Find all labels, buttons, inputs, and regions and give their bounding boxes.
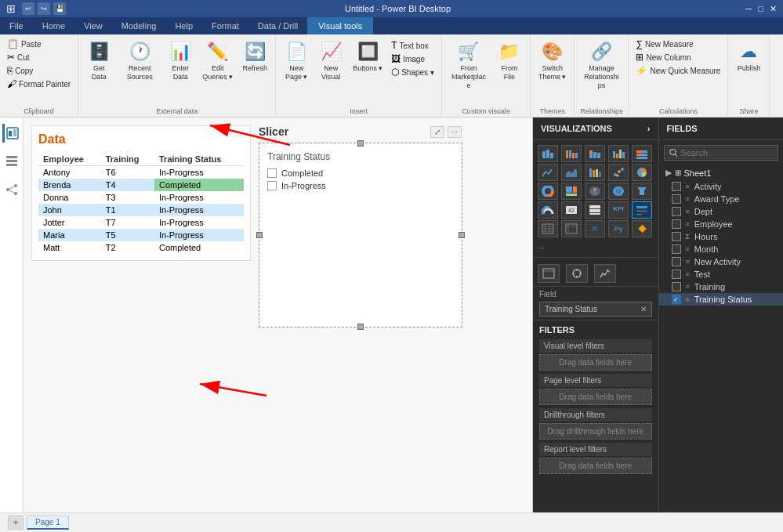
new-page-button[interactable]: 📄 NewPage ▾ [281,38,312,83]
completed-checkbox[interactable] [267,168,277,178]
viz-donut-chart[interactable] [538,183,558,200]
award-type-checkbox[interactable] [672,194,681,204]
maximize-btn[interactable]: □ [758,4,763,14]
refresh-button[interactable]: 🔄 Refresh [239,38,270,74]
field-month[interactable]: ≡ Month [659,243,784,255]
field-award-type[interactable]: ≡ Award Type [659,193,784,205]
slicer-item-completed[interactable]: Completed [267,168,454,178]
test-checkbox[interactable] [672,270,681,279]
month-checkbox[interactable] [672,244,681,254]
new-column-button[interactable]: ⊞ New Column [633,51,723,63]
new-visual-button[interactable]: 📈 NewVisual [315,38,346,83]
filter-drillthrough-drop[interactable]: Drag drillthrough fields here [539,423,652,440]
image-button[interactable]: 🖼 Image [389,52,437,65]
tab-home[interactable]: Home [33,17,74,34]
viz-bar-chart[interactable] [538,145,558,162]
viz-ribbon-chart[interactable] [585,164,605,181]
viz-line-chart[interactable] [538,164,558,181]
field-activity[interactable]: ≡ Activity [659,180,784,193]
field-group-sheet1[interactable]: ▶ ⊞ Sheet1 [659,165,784,180]
viz-matrix[interactable] [561,220,582,237]
field-hours[interactable]: Σ Hours [659,230,784,243]
viz-field-chip[interactable]: Training Status ✕ [539,302,652,317]
viz-tab-format[interactable] [566,264,588,283]
close-btn[interactable]: ✕ [770,4,777,14]
page-tab-1[interactable]: Page 1 [27,516,69,530]
viz-filled-map[interactable] [608,183,629,200]
viz-100-bar[interactable] [632,145,652,162]
viz-stacked-col[interactable] [585,145,605,162]
new-quick-measure-button[interactable]: ⚡ New Quick Measure [633,64,723,77]
get-data-button[interactable]: 🗄️ GetData [83,38,114,83]
cut-button[interactable]: ✂ Cut [5,51,73,63]
activity-checkbox[interactable] [672,182,681,191]
save-icon[interactable]: 💾 [53,2,66,15]
inprogress-checkbox[interactable] [267,181,277,190]
filter-page-drop[interactable]: Drag data fields here [539,389,652,405]
tab-visual-tools[interactable]: Visual tools [307,17,373,34]
slicer-more-btn[interactable]: ··· [448,126,462,138]
fields-search-input[interactable] [680,148,773,157]
viz-expand-icon[interactable]: › [647,124,651,133]
nav-report-icon[interactable] [2,124,21,143]
tab-file[interactable]: File [0,17,33,34]
viz-card[interactable]: 42 [561,201,582,219]
field-dept[interactable]: ≡ Dept [659,205,784,218]
field-training[interactable]: ≡ Training [659,280,784,293]
viz-tab-analytics[interactable] [594,264,616,283]
shapes-button[interactable]: ⬡ Shapes ▾ [389,66,437,78]
redo-icon[interactable]: ↪ [38,2,50,15]
add-page-button[interactable]: + [8,516,24,530]
from-file-button[interactable]: 📁 FromFile [494,38,525,83]
tab-modeling[interactable]: Modeling [112,17,166,34]
paste-button[interactable]: 📋 Paste [5,38,73,50]
slicer-focus-btn[interactable]: ⤢ [430,126,444,138]
viz-gauge[interactable] [538,201,558,219]
viz-map[interactable] [585,183,605,200]
new-measure-button[interactable]: ∑ New Measure [633,38,723,50]
dept-checkbox[interactable] [672,207,681,216]
viz-tab-fields[interactable] [538,264,560,283]
field-employee[interactable]: ≡ Employee [659,218,784,230]
enter-data-button[interactable]: 📊 EnterData [165,38,196,83]
viz-cluster-col[interactable] [608,145,629,162]
viz-funnel[interactable] [632,183,652,200]
minimize-btn[interactable]: ─ [746,4,752,14]
viz-kpi[interactable]: KPI [608,201,629,219]
switch-theme-button[interactable]: 🎨 SwitchTheme ▾ [535,38,570,83]
from-marketplace-button[interactable]: 🛒 FromMarketplace [447,38,491,91]
viz-area-chart[interactable] [561,164,582,181]
viz-custom[interactable]: 🔶 [632,220,652,237]
employee-checkbox[interactable] [672,219,681,229]
viz-treemap[interactable] [561,183,582,200]
training-checkbox[interactable] [672,282,681,291]
tab-format[interactable]: Format [202,17,248,34]
tab-data-drill[interactable]: Data / Drill [248,17,307,34]
text-box-button[interactable]: T Text box [389,39,437,52]
viz-python[interactable]: Py [608,220,629,237]
training-status-checkbox[interactable]: ✓ [672,295,681,304]
tab-view[interactable]: View [74,17,112,34]
nav-model-icon[interactable] [2,180,21,199]
viz-col-chart[interactable] [561,145,582,162]
undo-icon[interactable]: ↩ [22,2,34,15]
nav-data-icon[interactable] [2,152,21,171]
fields-search[interactable] [664,145,779,161]
format-painter-button[interactable]: 🖌 Format Painter [5,78,73,90]
manage-relationships-button[interactable]: 🔗 ManageRelationships [579,38,623,91]
hours-checkbox[interactable] [672,232,681,241]
viz-field-remove[interactable]: ✕ [640,305,647,313]
buttons-button[interactable]: 🔲 Buttons ▾ [350,38,386,74]
copy-button[interactable]: ⎘ Copy [5,64,73,77]
viz-more-btn[interactable]: ··· [533,242,658,254]
new-activity-checkbox[interactable] [672,257,681,266]
publish-button[interactable]: ☁ Publish [733,38,764,74]
field-training-status[interactable]: ✓ ≡ Training Status [659,293,784,306]
slicer-item-inprogress[interactable]: In-Progress [267,181,454,190]
tab-help[interactable]: Help [165,17,202,34]
edit-queries-button[interactable]: ✏️ EditQueries ▾ [199,38,236,83]
viz-slicer[interactable] [632,201,652,219]
field-test[interactable]: ≡ Test [659,268,784,280]
viz-multi-row-card[interactable] [585,201,605,219]
viz-table[interactable] [538,220,558,237]
